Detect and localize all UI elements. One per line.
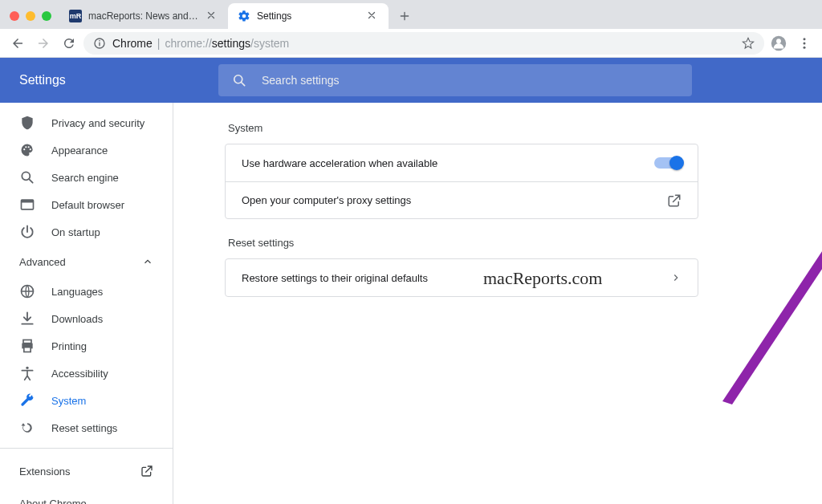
open-in-new-icon: [140, 465, 153, 478]
svg-rect-21: [24, 348, 31, 352]
profile-button[interactable]: [767, 32, 790, 55]
accessibility-icon: [19, 365, 35, 381]
window-close-button[interactable]: [10, 11, 19, 21]
svg-point-6: [804, 42, 806, 44]
sidebar-item-printing[interactable]: Printing: [0, 332, 173, 360]
sidebar-item-on-startup[interactable]: On startup: [0, 218, 173, 246]
sidebar-item-system[interactable]: System: [0, 387, 173, 414]
printer-icon: [19, 338, 35, 354]
sidebar-item-label: Extensions: [19, 465, 71, 478]
svg-rect-2: [99, 40, 100, 41]
tab-title: Settings: [257, 10, 360, 22]
wrench-icon: [19, 392, 35, 408]
new-tab-button[interactable]: [393, 5, 416, 27]
sidebar-item-about-chrome[interactable]: About Chrome: [0, 487, 173, 504]
overflow-menu-button[interactable]: [793, 32, 816, 55]
settings-search-input[interactable]: [260, 73, 679, 87]
window-minimize-button[interactable]: [26, 11, 35, 21]
svg-point-5: [804, 38, 806, 40]
svg-rect-1: [99, 42, 100, 46]
sidebar-item-label: Search engine: [51, 172, 119, 184]
svg-line-15: [29, 179, 33, 183]
tab-close-button[interactable]: [206, 10, 218, 22]
tab-title: macReports: News and Tips fo: [88, 10, 199, 22]
back-button[interactable]: [6, 32, 29, 55]
tab-macreports[interactable]: mR macReports: News and Tips fo: [59, 3, 228, 29]
traffic-lights: [10, 11, 51, 21]
site-info-icon[interactable]: [93, 37, 106, 50]
sidebar-item-label: Accessibility: [51, 368, 108, 380]
row-label: Use hardware acceleration when available: [242, 157, 654, 169]
tab-settings[interactable]: Settings: [228, 3, 389, 29]
settings-sidebar[interactable]: Privacy and security Appearance Search e…: [0, 103, 173, 504]
sidebar-item-reset-settings[interactable]: Reset settings: [0, 414, 173, 441]
row-restore-defaults[interactable]: Restore settings to their original defau…: [226, 259, 698, 296]
bookmark-star-icon[interactable]: [742, 37, 755, 50]
favicon-settings: [238, 10, 250, 22]
sidebar-item-label: Languages: [51, 286, 103, 298]
window-titlebar: mR macReports: News and Tips fo Settings: [0, 0, 822, 29]
url-text: Chrome | chrome://settings/system: [112, 37, 735, 50]
row-proxy-settings[interactable]: Open your computer's proxy settings: [226, 181, 698, 218]
system-card: Use hardware acceleration when available…: [225, 144, 698, 219]
svg-rect-17: [22, 200, 34, 202]
svg-rect-19: [23, 340, 31, 343]
settings-header-title: Settings: [0, 73, 218, 87]
open-in-new-icon: [667, 193, 682, 208]
row-label: Open your computer's proxy settings: [242, 194, 667, 206]
sidebar-item-search-engine[interactable]: Search engine: [0, 164, 173, 191]
sidebar-item-accessibility[interactable]: Accessibility: [0, 360, 173, 387]
sidebar-item-label: Downloads: [51, 313, 103, 325]
svg-line-9: [242, 83, 245, 86]
sidebar-item-downloads[interactable]: Downloads: [0, 305, 173, 332]
sidebar-section-label: Advanced: [19, 256, 66, 268]
sidebar-item-label: Printing: [51, 340, 87, 352]
sidebar-item-label: Appearance: [51, 144, 108, 156]
svg-point-7: [804, 46, 806, 48]
tab-close-button[interactable]: [366, 10, 379, 22]
sidebar-item-default-browser[interactable]: Default browser: [0, 191, 173, 218]
window-maximize-button[interactable]: [42, 11, 51, 21]
reset-card: Restore settings to their original defau…: [225, 258, 698, 297]
sidebar-item-privacy[interactable]: Privacy and security: [0, 109, 173, 136]
address-bar[interactable]: Chrome | chrome://settings/system: [83, 32, 764, 55]
annotation-arrow: [700, 204, 822, 413]
svg-point-22: [26, 367, 28, 369]
forward-button[interactable]: [32, 32, 55, 55]
browser-icon: [19, 197, 35, 213]
settings-header: Settings: [0, 58, 822, 103]
sidebar-item-extensions[interactable]: Extensions: [0, 455, 173, 487]
row-label: Restore settings to their original defau…: [242, 272, 670, 284]
svg-point-11: [25, 146, 26, 148]
sidebar-item-label: Default browser: [51, 199, 124, 211]
section-title-reset: Reset settings: [228, 237, 698, 249]
section-title-system: System: [228, 122, 698, 134]
svg-marker-24: [722, 220, 822, 404]
shield-icon: [19, 115, 35, 131]
sidebar-item-label: System: [51, 395, 86, 407]
svg-point-10: [23, 148, 25, 150]
sidebar-item-languages[interactable]: Languages: [0, 278, 173, 305]
svg-point-4: [776, 39, 781, 43]
favicon-macreports: mR: [69, 10, 82, 22]
sidebar-item-label: About Chrome: [19, 498, 87, 505]
reload-button[interactable]: [58, 32, 80, 55]
settings-main: System Use hardware acceleration when av…: [173, 103, 822, 504]
sidebar-advanced-toggle[interactable]: Advanced: [0, 246, 173, 278]
search-icon: [231, 72, 247, 88]
sidebar-item-appearance[interactable]: Appearance: [0, 136, 173, 164]
search-icon: [19, 169, 35, 185]
settings-search[interactable]: [218, 64, 692, 96]
settings-page: Settings Privacy and security Appearance: [0, 58, 822, 504]
row-hardware-acceleration[interactable]: Use hardware acceleration when available: [226, 144, 698, 181]
sidebar-divider: [0, 448, 173, 449]
restore-icon: [19, 420, 35, 436]
power-icon: [19, 224, 35, 240]
svg-point-12: [28, 146, 30, 148]
palette-icon: [19, 142, 35, 158]
sidebar-item-label: Reset settings: [51, 422, 117, 434]
chevron-up-icon: [142, 256, 153, 267]
svg-point-13: [30, 148, 31, 150]
hardware-acceleration-toggle[interactable]: [654, 157, 682, 169]
sidebar-item-label: Privacy and security: [51, 117, 144, 129]
